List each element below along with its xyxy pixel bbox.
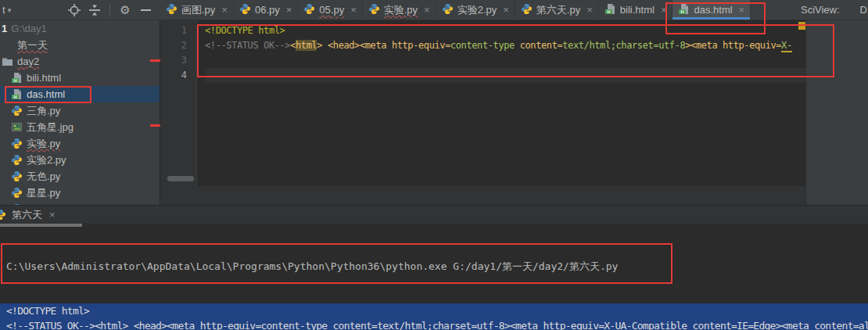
spacer-icon: [2, 39, 13, 51]
tree-item-label: 三角.py: [27, 104, 60, 118]
tab-label: 实验2.py: [457, 3, 497, 17]
close-icon[interactable]: ×: [503, 4, 509, 16]
tree-root-item[interactable]: 1 G:\day1: [0, 20, 160, 37]
tab-label: 05.py: [319, 4, 344, 16]
tree-item-实验.py[interactable]: 实验.py: [0, 135, 160, 152]
locate-icon[interactable]: [67, 3, 81, 17]
editor-bottom-strip: [160, 186, 805, 205]
console-output-line: <!--STATUS OK--><html> <head><meta http-…: [0, 318, 868, 330]
svg-text:H: H: [607, 9, 610, 13]
close-icon[interactable]: ×: [221, 4, 228, 16]
code-segment: html: [296, 40, 317, 51]
tree-item-实验2.py[interactable]: 实验2.py: [0, 152, 160, 168]
code-segment: content-type: [450, 40, 515, 51]
tab-label: bili.html: [620, 4, 655, 16]
python-file-icon: [11, 170, 23, 182]
code-segment: > <head><meta http-equiv=: [317, 40, 450, 51]
horizontal-scrollbar[interactable]: [167, 176, 194, 181]
editor-tab-第六天.py[interactable]: 第六天.py×: [515, 0, 599, 20]
settings-gear-icon[interactable]: ⚙: [118, 3, 132, 17]
tree-item-label: 星星.py: [27, 186, 60, 200]
python-file-icon: [166, 3, 178, 17]
sciview-label[interactable]: SciView:: [801, 4, 840, 16]
sciview-toggle[interactable]: SciView: D: [801, 0, 868, 20]
image-file-icon: [11, 121, 23, 133]
code-line: <!DOCTYPE html>: [205, 23, 805, 38]
console-output-line: <!DOCTYPE html>: [0, 303, 868, 318]
project-selector-label[interactable]: t: [2, 4, 5, 16]
code-segment: <: [290, 40, 296, 51]
editor-code-area[interactable]: <!DOCTYPE html><!--STATUS OK--><html> <h…: [197, 20, 805, 186]
python-file-icon: [11, 154, 23, 166]
python-file-icon: [442, 3, 454, 17]
python-file-icon: [521, 3, 533, 17]
folder-icon: [2, 56, 13, 67]
editor-tab-实验2.py[interactable]: 实验2.py×: [436, 0, 515, 20]
line-number: 1: [160, 23, 187, 38]
code-segment: <!--STATUS OK-->: [205, 40, 290, 51]
svg-text:H: H: [14, 78, 17, 83]
hide-panel-icon[interactable]: [138, 3, 152, 17]
run-tab[interactable]: 第六天 ×: [0, 206, 60, 224]
close-icon[interactable]: ×: [424, 4, 430, 16]
tree-item-五角星.jpg[interactable]: 五角星.jpg: [0, 119, 160, 135]
tree-item-label: bili.html: [27, 72, 61, 84]
close-icon[interactable]: ×: [49, 209, 56, 221]
tree-item-label: 五角星.jpg: [27, 120, 74, 135]
editor-tab-画图.py[interactable]: 画图.py×: [160, 0, 234, 20]
ide-window: t ▾ ⚙ 画图.py×06.py×05.py×实验.py×实验2.py×第六天…: [0, 0, 868, 330]
editor-gutter: 1234: [160, 20, 197, 186]
close-icon[interactable]: ×: [739, 4, 745, 16]
tree-item-三角.py[interactable]: 三角.py: [0, 102, 160, 119]
close-icon[interactable]: ×: [286, 4, 292, 16]
tree-item-partial[interactable]: [0, 201, 160, 205]
editor-tab-实验.py[interactable]: 实验.py×: [363, 0, 436, 20]
python-file-icon: [11, 105, 23, 117]
console-selected-output[interactable]: <!DOCTYPE html><!--STATUS OK--><html> <h…: [0, 303, 868, 330]
run-tab-bar: 第六天 ×: [0, 206, 868, 224]
python-file-icon: [11, 203, 23, 205]
top-bar: t ▾ ⚙ 画图.py×06.py×05.py×实验.py×实验2.py×第六天…: [0, 0, 868, 20]
tree-item-第一天[interactable]: 第一天: [0, 37, 160, 53]
tree-item-label: das.html: [27, 88, 65, 100]
tree-item-label: 实验.py: [27, 137, 60, 151]
tree-item-bili.html[interactable]: Hbili.html: [0, 70, 160, 86]
python-file-icon: [303, 3, 315, 17]
editor-tab-das.html[interactable]: Hdas.html×: [673, 0, 751, 20]
editor-tab-06.py[interactable]: 06.py×: [234, 0, 298, 20]
tree-item-星星.py[interactable]: 星星.py: [0, 185, 160, 201]
editor-tab-bili.html[interactable]: Hbili.html×: [599, 0, 673, 20]
python-file-icon: [368, 3, 380, 17]
tree-item-das.html[interactable]: Hdas.html: [0, 86, 160, 102]
svg-text:H: H: [14, 95, 17, 99]
editor-tab-05.py[interactable]: 05.py×: [298, 0, 362, 20]
code-segment: content=: [515, 40, 562, 51]
project-toolbar: t ▾ ⚙: [0, 0, 160, 20]
code-segment: X-: [781, 40, 792, 52]
run-tab-label[interactable]: 第六天: [12, 208, 42, 222]
chevron-down-icon[interactable]: ▾: [8, 6, 12, 14]
python-file-icon: [11, 138, 23, 149]
code-segment: ><meta http-equiv=: [685, 40, 781, 51]
collapse-all-icon[interactable]: [88, 3, 102, 17]
close-icon[interactable]: ×: [586, 4, 593, 16]
close-icon[interactable]: ×: [350, 4, 357, 16]
tab-label: das.html: [694, 4, 732, 16]
tree-item-无色.py[interactable]: 无色.py: [0, 168, 160, 185]
close-icon[interactable]: ×: [661, 4, 667, 16]
code-segment: text/html;charset=utf-8: [562, 40, 685, 51]
code-editor[interactable]: 1234 <!DOCTYPE html><!--STATUS OK--><htm…: [160, 20, 805, 186]
project-tree: 1 G:\day1 第一天day2Hbili.htmlHdas.html三角.p…: [0, 20, 160, 205]
sciview-partial-text: D: [860, 4, 867, 16]
tree-item-label: day2: [17, 56, 39, 67]
tab-label: 06.py: [255, 4, 280, 16]
run-console[interactable]: C:\Users\Administrator\AppData\Local\Pro…: [0, 227, 868, 330]
code-segment: <!DOCTYPE html>: [205, 25, 285, 36]
editor-tab-strip: 画图.py×06.py×05.py×实验.py×实验2.py×第六天.py×Hb…: [160, 0, 751, 20]
tree-item-label: 无色.py: [27, 170, 60, 184]
html-file-icon: H: [678, 3, 690, 17]
tree-item-day2[interactable]: day2: [0, 53, 160, 70]
annotation-dash-wujiaoxing: [150, 124, 160, 127]
python-run-icon: [0, 209, 7, 221]
error-stripe-marker[interactable]: [798, 22, 805, 30]
